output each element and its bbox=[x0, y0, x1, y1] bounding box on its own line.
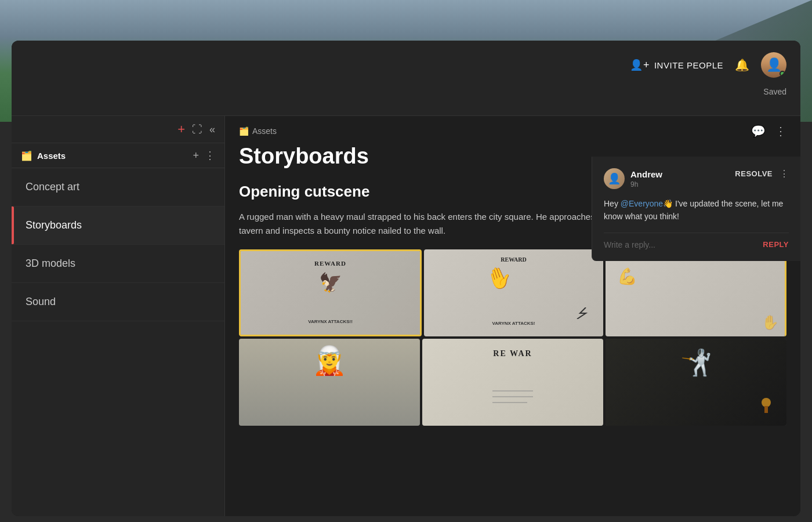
bell-icon[interactable]: 🔔 bbox=[735, 58, 749, 72]
invite-icon: 👤+ bbox=[630, 59, 650, 71]
sketch-6: 🤺 bbox=[606, 339, 786, 426]
storyboard-image-3[interactable]: 💪 ✋ bbox=[606, 249, 786, 336]
add-button[interactable]: + bbox=[177, 123, 185, 136]
more-options-button[interactable]: ⋮ bbox=[775, 124, 786, 138]
avatar-online-indicator bbox=[780, 71, 785, 77]
header: 👤+ INVITE PEOPLE 🔔 👤 Saved bbox=[12, 41, 800, 116]
content-header: 🗂️ Assets 💬 ⋮ bbox=[225, 116, 800, 138]
sketch-2: REWARD ✋ VARYNX ATTACKS! bbox=[424, 249, 603, 336]
comment-username: Andrew bbox=[630, 169, 662, 179]
image-row-1: REWARD 🦅 VARYNX ATTACKS!! REWARD bbox=[239, 249, 786, 336]
storyboard-image-1[interactable]: REWARD 🦅 VARYNX ATTACKS!! bbox=[239, 249, 422, 336]
image-section: REWARD 🦅 VARYNX ATTACKS!! REWARD bbox=[239, 249, 786, 426]
app-container: 👤+ INVITE PEOPLE 🔔 👤 Saved + ⛶ « 🗂️ Ass bbox=[12, 41, 800, 516]
sketch-1: REWARD 🦅 VARYNX ATTACKS!! bbox=[241, 251, 420, 335]
sidebar-item-storyboards[interactable]: Storyboards bbox=[12, 206, 224, 245]
storyboard-image-4[interactable]: 🧝 bbox=[239, 339, 420, 426]
sketch-5: RE WAR bbox=[422, 339, 603, 426]
svg-rect-4 bbox=[764, 406, 768, 413]
breadcrumb: 🗂️ Assets bbox=[239, 126, 277, 136]
figure-sketch: 🧝 bbox=[312, 345, 347, 377]
sketch-overlay bbox=[241, 251, 420, 335]
sidebar-toolbar: + ⛶ « bbox=[12, 116, 224, 143]
sketch-4: 🧝 bbox=[239, 339, 420, 426]
comment-mention: @Everyone bbox=[621, 199, 663, 208]
breadcrumb-label: Assets bbox=[252, 126, 277, 136]
sidebar-item-label: Sound bbox=[26, 296, 56, 307]
sketch-label-2: VARYNX ATTACKS! bbox=[492, 321, 535, 326]
sidebar-item-label: 3D models bbox=[26, 258, 75, 269]
header-actions: 👤+ INVITE PEOPLE 🔔 👤 bbox=[630, 52, 786, 78]
lightning-sketch bbox=[574, 307, 597, 319]
storyboard-image-5[interactable]: RE WAR bbox=[422, 339, 603, 426]
comment-mention-emoji: 👋 bbox=[663, 199, 673, 208]
collapse-button[interactable]: « bbox=[209, 124, 215, 135]
torch-sketch bbox=[757, 397, 775, 414]
body: + ⛶ « 🗂️ Assets + ⋮ Concept art Storyboa… bbox=[12, 116, 800, 516]
storyboard-image-2[interactable]: REWARD ✋ VARYNX ATTACKS! bbox=[424, 249, 603, 336]
resolve-button[interactable]: RESOLVE bbox=[735, 169, 773, 178]
assets-more-button[interactable]: ⋮ bbox=[205, 149, 215, 162]
comment-user-info: Andrew 9h bbox=[630, 169, 662, 188]
sidebar-item-label: Concept art bbox=[26, 181, 79, 193]
assets-emoji: 🗂️ bbox=[21, 150, 32, 161]
content-actions: 💬 ⋮ bbox=[751, 124, 786, 138]
reward-text-3: RE WAR bbox=[493, 349, 532, 358]
main-content: 🗂️ Assets 💬 ⋮ Storyboards Opening cutsce… bbox=[225, 116, 800, 516]
sketch-3: 💪 ✋ bbox=[606, 249, 785, 336]
comment-button[interactable]: 💬 bbox=[751, 124, 766, 138]
invite-label: INVITE PEOPLE bbox=[654, 60, 723, 70]
sidebar-item-3d-models[interactable]: 3D models bbox=[12, 245, 224, 283]
paper-lines bbox=[490, 385, 536, 420]
assets-add-button[interactable]: + bbox=[193, 150, 199, 162]
sidebar-item-label: Storyboards bbox=[26, 219, 82, 231]
hand-sketch: ✋ bbox=[483, 262, 516, 294]
comment-reply-area: Write a reply... REPLY bbox=[604, 233, 789, 249]
reward-text-2: REWARD bbox=[501, 256, 526, 263]
comment-panel: 👤 Andrew 9h RESOLVE ⋮ bbox=[592, 157, 800, 261]
assets-section: 🗂️ Assets + ⋮ bbox=[12, 143, 224, 168]
reply-button[interactable]: REPLY bbox=[763, 240, 789, 249]
sidebar-item-sound[interactable]: Sound bbox=[12, 283, 224, 321]
sidebar: + ⛶ « 🗂️ Assets + ⋮ Concept art Storyboa… bbox=[12, 116, 225, 516]
comment-body: Hey @Everyone👋 I've updated the scene, l… bbox=[604, 197, 789, 223]
comment-header: 👤 Andrew 9h RESOLVE ⋮ bbox=[604, 168, 789, 189]
assets-actions: + ⋮ bbox=[193, 149, 215, 162]
avatar[interactable]: 👤 bbox=[761, 52, 786, 78]
saved-text: Saved bbox=[763, 87, 786, 96]
comment-user: 👤 Andrew 9h bbox=[604, 168, 662, 189]
comment-avatar: 👤 bbox=[604, 168, 625, 189]
assets-label: 🗂️ Assets bbox=[21, 150, 66, 161]
content-body: Storyboards Opening cutscene A rugged ma… bbox=[225, 138, 800, 516]
hand2-sketch: ✋ bbox=[762, 314, 779, 331]
svg-point-3 bbox=[762, 398, 771, 407]
arm-sketch: 💪 bbox=[617, 267, 637, 286]
comment-body-before: Hey bbox=[604, 199, 621, 208]
image-row-2: 🧝 RE WAR bbox=[239, 339, 786, 426]
invite-button[interactable]: 👤+ INVITE PEOPLE bbox=[630, 59, 723, 71]
section-description: A rugged man with a heavy maul strapped … bbox=[239, 210, 633, 238]
assets-title: Assets bbox=[37, 151, 66, 161]
comment-more-button[interactable]: ⋮ bbox=[780, 168, 789, 179]
storyboard-image-6[interactable]: 🤺 bbox=[606, 339, 786, 426]
expand-button[interactable]: ⛶ bbox=[192, 124, 202, 135]
reply-placeholder: Write a reply... bbox=[604, 240, 655, 249]
comment-header-right: RESOLVE ⋮ bbox=[735, 168, 789, 179]
sidebar-item-concept-art[interactable]: Concept art bbox=[12, 168, 224, 206]
breadcrumb-icon: 🗂️ bbox=[239, 126, 249, 136]
comment-time: 9h bbox=[630, 180, 662, 188]
armor-sketch: 🤺 bbox=[680, 347, 712, 378]
